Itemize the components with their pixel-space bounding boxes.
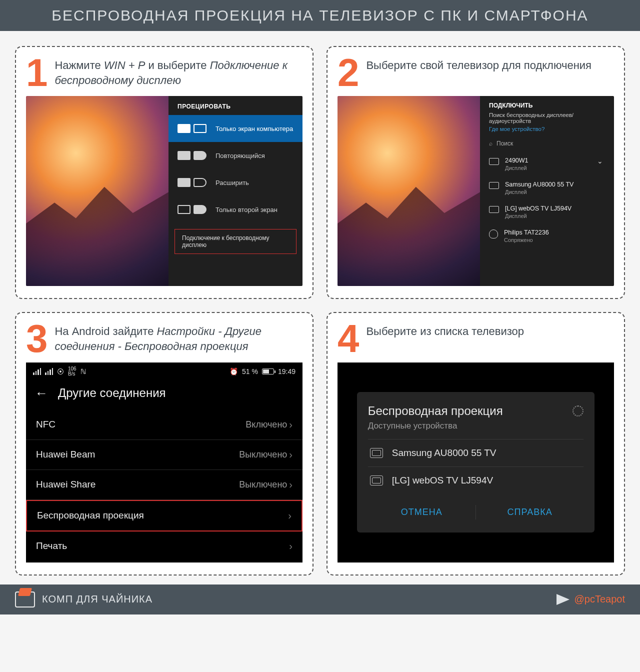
chevron-right-icon: › xyxy=(289,479,292,490)
device-samsung[interactable]: Samsung AU8000 55 TVДисплей xyxy=(487,176,607,200)
row-wireless-projection[interactable]: Беспроводная проекция › xyxy=(26,500,302,532)
device-philips[interactable]: Philips TAT2236Сопряжено xyxy=(487,224,607,248)
back-icon[interactable]: ← xyxy=(35,386,48,401)
cast-icon xyxy=(370,448,383,458)
projection-dialog: Беспроводная проекция Доступные устройст… xyxy=(357,392,595,532)
cancel-button[interactable]: ОТМЕНА xyxy=(368,499,476,526)
footer-brand: КОМП ДЛЯ ЧАЙНИКА xyxy=(15,592,152,608)
dialog-subtitle: Доступные устройства xyxy=(368,421,584,431)
telegram-link[interactable]: @pcTeapot xyxy=(556,594,625,605)
search-row[interactable]: ⌕ Поиск xyxy=(487,138,607,152)
display-icon xyxy=(489,182,499,189)
spinner-icon xyxy=(572,406,584,416)
where-device-link[interactable]: Где мое устройство? xyxy=(487,124,607,138)
step-2-caption: Выберите свой телевизор для подключения xyxy=(366,57,592,88)
chevron-right-icon: › xyxy=(288,510,292,522)
row-huawei-beam[interactable]: Huawei Beam Выключено› xyxy=(26,440,302,470)
battery-icon xyxy=(262,368,274,374)
project-option-pc-only[interactable]: Только экран компьютера xyxy=(168,115,302,142)
chevron-right-icon: › xyxy=(289,540,292,552)
step-2-screenshot: ПОДКЛЮЧИТЬ Поиск беспроводных дисплеев/а… xyxy=(338,96,614,286)
nfc-icon: ℕ xyxy=(80,368,86,376)
step-3-caption: На Android зайдите Настройки - Другие со… xyxy=(54,323,302,354)
display-icon xyxy=(489,158,499,165)
step-1-screenshot: ПРОЕЦИРОВАТЬ Только экран компьютера Пов… xyxy=(26,96,302,286)
display-icon xyxy=(489,206,499,213)
project-option-extend[interactable]: Расширить xyxy=(168,169,302,196)
connect-sidebar: ПОДКЛЮЧИТЬ Поиск беспроводных дисплеев/а… xyxy=(480,96,614,286)
connect-wireless-link[interactable]: Подключение к беспроводному дисплею xyxy=(174,229,296,254)
chevron-right-icon: › xyxy=(289,449,292,460)
dialog-title: Беспроводная проекция xyxy=(368,404,584,418)
duplicate-icon xyxy=(178,151,206,160)
row-huawei-share[interactable]: Huawei Share Выключено› xyxy=(26,470,302,500)
step-2-card: 2 Выберите свой телевизор для подключени… xyxy=(326,46,625,299)
connect-subtitle: Поиск беспроводных дисплеев/аудиоустройс… xyxy=(487,112,607,124)
wifi-icon: ⦿ xyxy=(57,368,64,376)
android-screen-title: ← Другие соединения xyxy=(26,380,302,410)
connect-title: ПОДКЛЮЧИТЬ xyxy=(487,96,607,112)
step-1-number: 1 xyxy=(26,57,48,88)
step-4-card: 4 Выберите из списка телевизор Беспровод… xyxy=(326,312,625,575)
device-2490w1[interactable]: 2490W1Дисплей ⌄ xyxy=(487,152,607,176)
android-status-bar: ⦿ 106B/s ℕ ⏰ 51 % 19:49 xyxy=(26,362,302,380)
project-option-duplicate[interactable]: Повторяющийся xyxy=(168,142,302,169)
row-print[interactable]: Печать › xyxy=(26,532,302,561)
signal-icon xyxy=(33,368,41,375)
desktop-wallpaper xyxy=(26,96,168,286)
step-1-caption: Нажмите WIN + P и выберите Подключение к… xyxy=(54,57,302,88)
project-sidebar: ПРОЕЦИРОВАТЬ Только экран компьютера Пов… xyxy=(168,96,302,286)
search-icon: ⌕ xyxy=(489,140,492,147)
telegram-icon xyxy=(556,594,570,605)
step-1-card: 1 Нажмите WIN + P и выберите Подключение… xyxy=(15,46,314,299)
android-projection-screen: Беспроводная проекция Доступные устройст… xyxy=(338,362,614,562)
pc-only-icon xyxy=(178,124,206,133)
help-button[interactable]: СПРАВКА xyxy=(476,499,584,526)
step-3-number: 3 xyxy=(26,323,48,354)
step-3-card: 3 На Android зайдите Настройки - Другие … xyxy=(15,312,314,575)
android-settings-screen: ⦿ 106B/s ℕ ⏰ 51 % 19:49 ← Другие соедине… xyxy=(26,362,302,562)
chevron-right-icon: › xyxy=(289,419,292,430)
alarm-icon: ⏰ xyxy=(230,368,238,376)
step-2-number: 2 xyxy=(338,57,359,88)
dialog-device-lg[interactable]: [LG] webOS TV LJ594V xyxy=(368,466,584,494)
steps-grid: 1 Нажмите WIN + P и выберите Подключение… xyxy=(0,31,640,584)
page-title: БЕСПРОВОДНАЯ ПРОЕКЦИЯ НА ТЕЛЕВИЗОР С ПК … xyxy=(0,0,640,31)
extend-icon xyxy=(178,178,206,187)
row-nfc[interactable]: NFC Включено› xyxy=(26,410,302,440)
device-lg[interactable]: [LG] webOS TV LJ594VДисплей xyxy=(487,200,607,224)
desktop-wallpaper xyxy=(338,96,480,286)
step-4-caption: Выберите из списка телевизор xyxy=(366,323,524,354)
project-option-second-only[interactable]: Только второй экран xyxy=(168,196,302,223)
chevron-down-icon: ⌄ xyxy=(597,157,605,165)
signal-icon xyxy=(45,368,53,375)
project-title: ПРОЕЦИРОВАТЬ xyxy=(168,96,302,115)
headphones-icon xyxy=(489,230,498,238)
second-only-icon xyxy=(178,205,206,214)
cast-icon xyxy=(370,476,383,486)
step-4-number: 4 xyxy=(338,323,359,354)
footer: КОМП ДЛЯ ЧАЙНИКА @pcTeapot xyxy=(0,584,640,614)
dialog-device-samsung[interactable]: Samsung AU8000 55 TV xyxy=(368,439,584,466)
brand-logo-icon xyxy=(15,592,35,608)
